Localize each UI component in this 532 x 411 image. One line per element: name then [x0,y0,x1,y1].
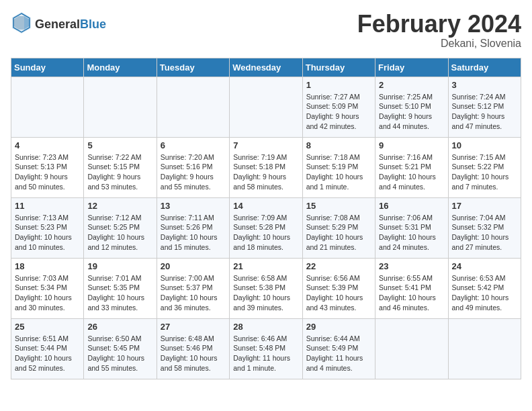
day-info: Sunrise: 7:20 AM Sunset: 5:16 PM Dayligh… [161,152,226,192]
weekday-header-row: SundayMondayTuesdayWednesdayThursdayFrid… [11,58,521,77]
day-info: Sunrise: 7:12 AM Sunset: 5:25 PM Dayligh… [87,213,152,253]
day-number: 11 [15,201,80,211]
calendar-cell [157,77,229,137]
day-number: 2 [379,80,444,90]
calendar-cell: 17Sunrise: 7:04 AM Sunset: 5:32 PM Dayli… [448,197,521,258]
day-number: 7 [233,140,298,150]
calendar-week-row: 11Sunrise: 7:13 AM Sunset: 5:23 PM Dayli… [11,197,521,258]
calendar-cell: 8Sunrise: 7:18 AM Sunset: 5:19 PM Daylig… [302,137,375,197]
calendar-week-row: 4Sunrise: 7:23 AM Sunset: 5:13 PM Daylig… [11,137,521,197]
calendar-cell: 14Sunrise: 7:09 AM Sunset: 5:28 PM Dayli… [230,197,302,258]
day-number: 1 [306,80,371,90]
day-info: Sunrise: 7:19 AM Sunset: 5:18 PM Dayligh… [233,152,298,192]
weekday-header-monday: Monday [84,58,157,77]
day-info: Sunrise: 6:44 AM Sunset: 5:49 PM Dayligh… [306,334,371,373]
day-info: Sunrise: 6:56 AM Sunset: 5:39 PM Dayligh… [306,273,371,313]
day-number: 26 [87,322,152,332]
day-info: Sunrise: 7:24 AM Sunset: 5:12 PM Dayligh… [452,92,517,132]
calendar-cell: 25Sunrise: 6:51 AM Sunset: 5:44 PM Dayli… [11,318,84,379]
calendar-cell: 18Sunrise: 7:03 AM Sunset: 5:34 PM Dayli… [11,258,84,318]
calendar-cell: 12Sunrise: 7:12 AM Sunset: 5:25 PM Dayli… [84,197,157,258]
calendar-cell: 27Sunrise: 6:48 AM Sunset: 5:46 PM Dayli… [157,318,229,379]
weekday-header-wednesday: Wednesday [230,58,302,77]
weekday-header-saturday: Saturday [448,58,521,77]
title-block: February 2024 Dekani, Slovenia [357,11,521,50]
day-number: 16 [379,201,444,211]
day-number: 28 [233,322,298,332]
day-info: Sunrise: 7:27 AM Sunset: 5:09 PM Dayligh… [306,92,371,132]
calendar-cell: 10Sunrise: 7:15 AM Sunset: 5:22 PM Dayli… [448,137,521,197]
calendar-body: 1Sunrise: 7:27 AM Sunset: 5:09 PM Daylig… [11,77,521,379]
calendar-cell: 3Sunrise: 7:24 AM Sunset: 5:12 PM Daylig… [448,77,521,137]
day-number: 20 [161,261,226,271]
day-number: 25 [15,322,80,332]
calendar-cell: 26Sunrise: 6:50 AM Sunset: 5:45 PM Dayli… [84,318,157,379]
day-info: Sunrise: 6:58 AM Sunset: 5:38 PM Dayligh… [233,273,298,313]
day-number: 6 [161,140,226,150]
day-info: Sunrise: 7:01 AM Sunset: 5:35 PM Dayligh… [87,273,152,313]
calendar-cell: 11Sunrise: 7:13 AM Sunset: 5:23 PM Dayli… [11,197,84,258]
day-info: Sunrise: 7:22 AM Sunset: 5:15 PM Dayligh… [87,152,152,192]
day-number: 10 [452,140,517,150]
day-number: 22 [306,261,371,271]
calendar-header: SundayMondayTuesdayWednesdayThursdayFrid… [11,58,521,77]
day-number: 29 [306,322,371,332]
day-info: Sunrise: 7:13 AM Sunset: 5:23 PM Dayligh… [15,213,80,253]
day-info: Sunrise: 7:15 AM Sunset: 5:22 PM Dayligh… [452,152,517,192]
calendar-cell: 20Sunrise: 7:00 AM Sunset: 5:37 PM Dayli… [157,258,229,318]
day-info: Sunrise: 7:00 AM Sunset: 5:37 PM Dayligh… [161,273,226,313]
weekday-header-thursday: Thursday [302,58,375,77]
day-number: 3 [452,80,517,90]
calendar-cell: 16Sunrise: 7:06 AM Sunset: 5:31 PM Dayli… [375,197,448,258]
calendar-cell: 7Sunrise: 7:19 AM Sunset: 5:18 PM Daylig… [230,137,302,197]
day-number: 18 [15,261,80,271]
calendar-cell: 4Sunrise: 7:23 AM Sunset: 5:13 PM Daylig… [11,137,84,197]
day-info: Sunrise: 7:16 AM Sunset: 5:21 PM Dayligh… [379,152,444,192]
day-number: 23 [379,261,444,271]
day-number: 12 [87,201,152,211]
calendar-cell [84,77,157,137]
day-info: Sunrise: 6:50 AM Sunset: 5:45 PM Dayligh… [87,334,152,373]
calendar-week-row: 18Sunrise: 7:03 AM Sunset: 5:34 PM Dayli… [11,258,521,318]
weekday-header-friday: Friday [375,58,448,77]
day-info: Sunrise: 6:55 AM Sunset: 5:41 PM Dayligh… [379,273,444,313]
calendar-cell: 22Sunrise: 6:56 AM Sunset: 5:39 PM Dayli… [302,258,375,318]
weekday-header-sunday: Sunday [11,58,84,77]
calendar-cell: 19Sunrise: 7:01 AM Sunset: 5:35 PM Dayli… [84,258,157,318]
day-number: 27 [161,322,226,332]
day-number: 24 [452,261,517,271]
day-number: 8 [306,140,371,150]
calendar-cell: 24Sunrise: 6:53 AM Sunset: 5:42 PM Dayli… [448,258,521,318]
day-info: Sunrise: 6:51 AM Sunset: 5:44 PM Dayligh… [15,334,80,373]
month-year-title: February 2024 [357,11,521,38]
logo-text: GeneralBlue [35,17,106,32]
calendar-cell: 15Sunrise: 7:08 AM Sunset: 5:29 PM Dayli… [302,197,375,258]
day-info: Sunrise: 7:08 AM Sunset: 5:29 PM Dayligh… [306,213,371,253]
calendar-cell: 23Sunrise: 6:55 AM Sunset: 5:41 PM Dayli… [375,258,448,318]
day-info: Sunrise: 6:48 AM Sunset: 5:46 PM Dayligh… [161,334,226,373]
calendar-cell: 5Sunrise: 7:22 AM Sunset: 5:15 PM Daylig… [84,137,157,197]
logo: GeneralBlue [11,11,106,38]
calendar-cell: 9Sunrise: 7:16 AM Sunset: 5:21 PM Daylig… [375,137,448,197]
calendar-week-row: 25Sunrise: 6:51 AM Sunset: 5:44 PM Dayli… [11,318,521,379]
day-info: Sunrise: 7:09 AM Sunset: 5:28 PM Dayligh… [233,213,298,253]
day-number: 5 [87,140,152,150]
day-number: 15 [306,201,371,211]
location-subtitle: Dekani, Slovenia [357,38,521,50]
day-info: Sunrise: 7:23 AM Sunset: 5:13 PM Dayligh… [15,152,80,192]
calendar-cell: 2Sunrise: 7:25 AM Sunset: 5:10 PM Daylig… [375,77,448,137]
day-number: 4 [15,140,80,150]
day-info: Sunrise: 7:03 AM Sunset: 5:34 PM Dayligh… [15,273,80,313]
calendar-cell: 29Sunrise: 6:44 AM Sunset: 5:49 PM Dayli… [302,318,375,379]
day-number: 13 [161,201,226,211]
page-header: GeneralBlue February 2024 Dekani, Sloven… [11,11,521,50]
day-info: Sunrise: 7:25 AM Sunset: 5:10 PM Dayligh… [379,92,444,132]
calendar-cell: 6Sunrise: 7:20 AM Sunset: 5:16 PM Daylig… [157,137,229,197]
calendar-week-row: 1Sunrise: 7:27 AM Sunset: 5:09 PM Daylig… [11,77,521,137]
calendar-cell [11,77,84,137]
calendar-cell: 28Sunrise: 6:46 AM Sunset: 5:48 PM Dayli… [230,318,302,379]
calendar-cell [230,77,302,137]
calendar-cell: 13Sunrise: 7:11 AM Sunset: 5:26 PM Dayli… [157,197,229,258]
weekday-header-tuesday: Tuesday [157,58,229,77]
logo-icon [11,11,32,38]
